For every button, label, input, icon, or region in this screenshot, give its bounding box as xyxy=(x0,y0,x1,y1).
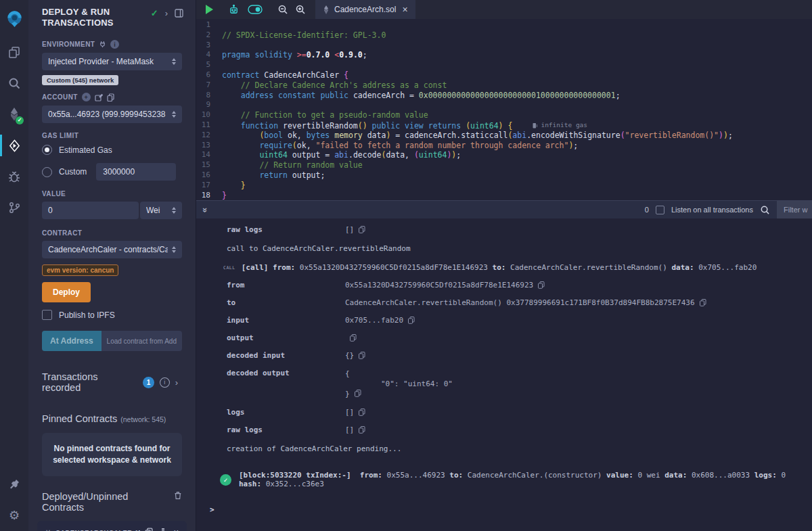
terminal-row: decoded output{ "0": "uint64: 0"} xyxy=(227,369,812,399)
value-label: VALUE xyxy=(42,190,66,198)
deploy-run-panel: DEPLOY & RUN TRANSACTIONS ✓ › ENVIRONMEN… xyxy=(28,0,196,531)
environment-info-icon[interactable]: i xyxy=(110,40,119,49)
copy-icon[interactable] xyxy=(355,390,361,397)
code-line: 13 require(ok, "failed to fetch a random… xyxy=(196,141,812,151)
debugger-icon[interactable] xyxy=(0,161,28,192)
line-number: 14 xyxy=(196,150,222,160)
pinned-network-label: (network: 545) xyxy=(120,415,166,423)
publish-ipfs-row[interactable]: Publish to IPFS xyxy=(42,310,182,320)
custom-gas-input[interactable]: 3000000 xyxy=(96,163,176,181)
file-explorer-icon[interactable] xyxy=(0,37,28,68)
copy-icon[interactable] xyxy=(538,281,545,289)
line-number: 8 xyxy=(196,91,222,101)
copy-icon[interactable] xyxy=(350,334,357,342)
pin-panel-icon[interactable] xyxy=(175,9,183,18)
line-number: 5 xyxy=(196,60,222,70)
code-line: 6contract CadenceArchCaler { xyxy=(196,70,812,80)
solidity-compiler-icon[interactable]: ✓ xyxy=(0,99,28,130)
terminal-row: raw logs[] xyxy=(227,425,812,434)
value-input[interactable]: 0 xyxy=(42,202,139,219)
copy-icon[interactable] xyxy=(700,299,706,306)
publish-ipfs-label: Publish to IPFS xyxy=(59,310,115,320)
plug-icon[interactable] xyxy=(99,41,106,48)
close-tab-icon[interactable]: × xyxy=(402,5,407,14)
code-line: 4pragma solidity >=0.7.0 <0.9.0; xyxy=(196,50,812,60)
collapse-terminal-icon[interactable]: » xyxy=(200,207,210,212)
close-contract-icon[interactable]: × xyxy=(173,528,179,531)
network-badge: Custom (545) network xyxy=(42,75,118,85)
code-editor[interactable]: 12// SPDX-License-Identifier: GPL-3.034p… xyxy=(196,19,812,200)
terminal-output[interactable]: raw logs[]call to CadenceArchCaler.rever… xyxy=(196,218,812,531)
copy-icon[interactable] xyxy=(359,409,365,416)
copy-icon[interactable] xyxy=(359,352,365,359)
copy-contract-icon[interactable] xyxy=(145,528,153,531)
value-unit-select[interactable]: Wei xyxy=(140,202,182,219)
custom-gas-radio[interactable]: Custom 3000000 xyxy=(42,163,182,181)
terminal-row: logs[] xyxy=(227,408,812,417)
deployed-contracts-title: Deployed/Unpinned Contracts xyxy=(42,491,171,513)
git-icon[interactable] xyxy=(0,192,28,223)
solidity-file-icon xyxy=(323,5,330,14)
copy-icon[interactable] xyxy=(359,426,365,434)
terminal-row: creation of CadenceArchCaler pending... xyxy=(227,444,812,453)
trash-icon[interactable] xyxy=(174,491,182,500)
collapse-contract-icon[interactable]: ∨ xyxy=(45,528,51,531)
publish-ipfs-checkbox[interactable] xyxy=(42,310,52,320)
forward-icon[interactable]: › xyxy=(165,8,168,18)
code-line: 9 xyxy=(196,100,812,110)
at-address-input[interactable] xyxy=(102,331,182,351)
copy-account-icon[interactable] xyxy=(107,93,114,101)
zoom-in-icon[interactable] xyxy=(295,4,306,15)
transactions-recorded-row[interactable]: Transactions recorded 1 i › xyxy=(28,371,196,393)
plugin-manager-icon[interactable] xyxy=(0,469,28,500)
line-number: 10 xyxy=(196,110,222,120)
pin-contract-icon[interactable] xyxy=(159,528,167,531)
deploy-run-icon[interactable] xyxy=(0,130,28,161)
add-account-icon[interactable]: + xyxy=(82,93,91,101)
environment-select[interactable]: Injected Provider - MetaMask xyxy=(42,53,182,70)
listen-all-checkbox[interactable] xyxy=(656,206,664,214)
code-line: 1 xyxy=(196,20,812,30)
gas-limit-label: GAS LIMIT xyxy=(42,132,78,139)
search-icon[interactable] xyxy=(0,68,28,99)
terminal-row: input0x705...fab20 xyxy=(227,316,812,325)
terminal-search-icon[interactable] xyxy=(760,205,770,215)
account-label: ACCOUNT xyxy=(42,93,78,101)
terminal-row: from0x55a1320D432759960C5Df0215a8dF78e1E… xyxy=(227,281,812,290)
copilot-toggle-icon[interactable] xyxy=(248,5,263,14)
code-line: 16 return output; xyxy=(196,170,812,181)
deployed-contract-title: CADENCEARCHCALER AT 0X3 xyxy=(55,528,140,531)
ai-assistant-icon[interactable] xyxy=(228,4,240,16)
success-check-icon[interactable]: ✓ xyxy=(220,474,231,486)
deploy-button[interactable]: Deploy xyxy=(42,282,91,302)
copy-icon[interactable] xyxy=(408,317,415,324)
terminal-filter-input[interactable] xyxy=(777,201,812,219)
editor-toolbar: CadenceArch.sol × xyxy=(196,0,812,19)
environment-label: ENVIRONMENT xyxy=(42,41,95,48)
terminal-header: » 0 Listen on all transactions xyxy=(196,200,812,218)
terminal-prompt[interactable]: > xyxy=(210,505,812,514)
at-address-button[interactable]: At Address xyxy=(42,331,102,351)
terminal-count: 0 xyxy=(645,206,649,214)
line-number: 6 xyxy=(196,70,222,80)
settings-icon[interactable]: ⚙ xyxy=(0,500,28,531)
line-number: 15 xyxy=(196,160,222,170)
run-script-icon[interactable] xyxy=(206,5,213,14)
listen-all-label: Listen on all transactions xyxy=(671,206,753,214)
tab-cadencearch[interactable]: CadenceArch.sol × xyxy=(315,0,415,19)
contract-select[interactable]: CadenceArchCaler - contracts/Cac xyxy=(42,241,182,258)
tab-label: CadenceArch.sol xyxy=(334,5,396,14)
edit-account-icon[interactable] xyxy=(95,93,103,101)
expand-transactions-icon[interactable]: › xyxy=(175,377,178,388)
code-line: 11 function revertibleRandom() public vi… xyxy=(196,120,812,131)
compile-success-badge: ✓ xyxy=(16,116,24,124)
copy-icon[interactable] xyxy=(359,226,365,233)
code-line: 2// SPDX-License-Identifier: GPL-3.0 xyxy=(196,30,812,41)
line-number: 11 xyxy=(196,120,222,131)
transactions-info-icon[interactable]: i xyxy=(160,377,170,388)
zoom-out-icon[interactable] xyxy=(277,4,288,15)
evm-version-badge: evm version: cancun xyxy=(42,264,118,276)
account-select[interactable]: 0x55a...46923 (999.9999453238 xyxy=(42,106,182,123)
estimated-gas-radio[interactable]: Estimated Gas xyxy=(42,145,182,155)
remix-logo[interactable] xyxy=(0,0,28,37)
